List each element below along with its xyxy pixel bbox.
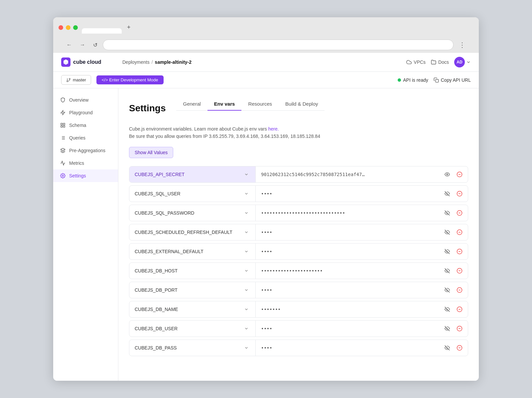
branch-icon <box>66 78 71 82</box>
env-eye-button-5[interactable] <box>443 267 451 275</box>
app: cube cloud Deployments / sample-altinity… <box>53 53 479 381</box>
env-key-9[interactable]: CUBEJS_DB_PASS <box>129 340 256 356</box>
env-key-dropdown-2[interactable] <box>243 209 250 217</box>
env-eye-button-1[interactable] <box>443 190 451 198</box>
avatar: AD <box>454 57 465 67</box>
env-value-8: •••• <box>256 321 439 337</box>
env-delete-button-3[interactable] <box>455 228 464 237</box>
env-key-dropdown-4[interactable] <box>243 248 250 255</box>
env-key-dropdown-8[interactable] <box>243 325 250 332</box>
env-delete-button-2[interactable] <box>455 209 464 217</box>
copy-api-url-button[interactable]: Copy API URL <box>434 77 471 83</box>
user-avatar-dropdown[interactable]: AD <box>454 57 471 67</box>
env-delete-button-0[interactable] <box>455 170 464 179</box>
branch-button[interactable]: master <box>61 75 91 85</box>
env-eye-button-3[interactable] <box>443 228 451 236</box>
env-delete-button-7[interactable] <box>455 305 464 314</box>
env-actions-9 <box>439 344 468 352</box>
browser-menu-button[interactable]: ⋮ <box>456 40 468 50</box>
sidebar-item-pre-aggregations[interactable]: Pre-Aggregations <box>53 144 118 157</box>
browser-window: + ← → ↺ ⋮ cube cloud Deployments <box>53 17 479 381</box>
here-link[interactable]: here. <box>268 126 279 132</box>
maximize-button[interactable] <box>73 25 78 30</box>
env-key-0[interactable]: CUBEJS_API_SECRET <box>129 166 256 182</box>
env-key-dropdown-3[interactable] <box>243 229 250 236</box>
env-key-2[interactable]: CUBEJS_SQL_PASSWORD <box>129 205 256 221</box>
env-key-dropdown-7[interactable] <box>243 306 250 313</box>
env-delete-button-9[interactable] <box>455 344 464 352</box>
minimize-button[interactable] <box>66 25 70 30</box>
tab-env-vars[interactable]: Env vars <box>207 98 242 111</box>
sidebar-item-queries[interactable]: Queries <box>53 132 118 144</box>
env-key-1[interactable]: CUBEJS_SQL_USER <box>129 186 256 202</box>
env-key-6[interactable]: CUBEJS_DB_PORT <box>129 282 256 298</box>
refresh-button[interactable]: ↺ <box>90 41 100 50</box>
sidebar-label-playground: Playground <box>69 110 93 115</box>
logo: cube cloud <box>61 57 114 67</box>
show-all-values-button[interactable]: Show All Values <box>129 147 173 158</box>
page-header: Settings General Env vars Resources Buil… <box>129 98 468 119</box>
env-delete-button-4[interactable] <box>455 247 464 256</box>
env-key-8[interactable]: CUBEJS_DB_USER <box>129 321 256 337</box>
browser-tabs: + <box>82 21 473 34</box>
forward-button[interactable]: → <box>77 41 88 49</box>
cube-cloud-logo-icon <box>61 57 70 67</box>
svg-point-2 <box>69 78 70 79</box>
breadcrumb-deployments-link[interactable]: Deployments <box>122 59 150 65</box>
env-eye-button-9[interactable] <box>443 344 451 352</box>
sidebar-item-metrics[interactable]: Metrics <box>53 157 118 169</box>
env-var-row: CUBEJS_SCHEDULED_REFRESH_DEFAULT•••• <box>129 224 468 241</box>
settings-tabs: General Env vars Resources Build & Deplo… <box>176 98 325 111</box>
env-key-7[interactable]: CUBEJS_DB_NAME <box>129 301 256 317</box>
tab-general[interactable]: General <box>176 98 207 111</box>
active-tab[interactable] <box>82 28 122 34</box>
env-key-4[interactable]: CUBEJS_EXTERNAL_DEFAULT <box>129 244 256 259</box>
env-actions-7 <box>439 305 468 314</box>
branch-label: master <box>73 77 86 82</box>
env-eye-button-8[interactable] <box>443 325 451 333</box>
svg-marker-16 <box>61 148 65 150</box>
env-key-5[interactable]: CUBEJS_DB_HOST <box>129 263 256 279</box>
sidebar-item-overview[interactable]: Overview <box>53 94 118 106</box>
env-eye-button-2[interactable] <box>443 209 451 217</box>
env-delete-button-1[interactable] <box>455 189 464 198</box>
close-button[interactable] <box>59 25 63 30</box>
env-var-row: CUBEJS_DB_PASS•••• <box>129 340 468 356</box>
sidebar-item-playground[interactable]: Playground <box>53 106 118 119</box>
env-var-row: CUBEJS_DB_HOST•••••••••••••••••••••• <box>129 262 468 279</box>
back-button[interactable]: ← <box>64 41 74 49</box>
env-eye-button-7[interactable] <box>443 305 451 313</box>
env-eye-button-0[interactable] <box>443 170 451 178</box>
env-key-dropdown-6[interactable] <box>243 286 250 294</box>
env-delete-button-6[interactable] <box>455 286 464 294</box>
new-tab-button[interactable]: + <box>122 21 136 34</box>
env-key-dropdown-5[interactable] <box>243 267 250 274</box>
env-key-dropdown-0[interactable] <box>243 171 250 178</box>
docs-link[interactable]: Docs <box>431 59 449 65</box>
env-delete-button-5[interactable] <box>455 266 464 275</box>
env-actions-8 <box>439 324 468 333</box>
sidebar-item-schema[interactable]: Schema <box>53 119 118 132</box>
svg-rect-4 <box>436 79 439 82</box>
env-var-row: CUBEJS_DB_NAME••••••• <box>129 301 468 318</box>
env-key-3[interactable]: CUBEJS_SCHEDULED_REFRESH_DEFAULT <box>129 224 256 240</box>
vpcs-link[interactable]: VPCs <box>406 59 426 65</box>
env-delete-button-8[interactable] <box>455 324 464 333</box>
env-eye-button-4[interactable] <box>443 248 451 255</box>
address-bar[interactable] <box>103 40 454 50</box>
tab-resources[interactable]: Resources <box>241 98 279 111</box>
dev-mode-button[interactable]: </> Enter Development Mode <box>96 75 164 84</box>
cloud-icon <box>406 59 412 65</box>
svg-point-18 <box>447 174 448 175</box>
env-key-dropdown-1[interactable] <box>243 190 250 197</box>
layers-icon <box>60 148 66 153</box>
sidebar-item-settings[interactable]: Settings <box>53 169 118 182</box>
chevron-down-icon <box>466 60 471 64</box>
browser-chrome: + ← → ↺ ⋮ <box>53 17 479 53</box>
env-eye-button-6[interactable] <box>443 286 451 294</box>
env-actions-4 <box>439 247 468 256</box>
env-value-6: •••• <box>256 282 439 298</box>
main-layout: Overview Playground Schema <box>53 88 479 381</box>
tab-build-deploy[interactable]: Build & Deploy <box>279 98 325 111</box>
env-key-dropdown-9[interactable] <box>243 344 250 351</box>
